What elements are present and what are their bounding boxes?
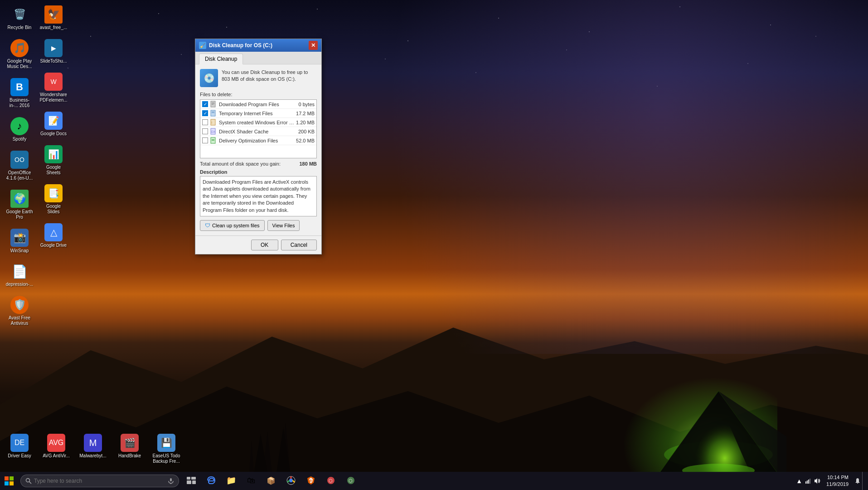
- start-button[interactable]: [0, 472, 18, 490]
- desktop-icon-avast-install[interactable]: 🦅 avast_free_...: [38, 4, 69, 32]
- svg-marker-4: [281, 423, 290, 473]
- taskbar: 📁 🛍 📦 B: [0, 472, 868, 490]
- svg-rect-17: [212, 112, 214, 112]
- file-item-4[interactable]: Delivery Optimization Files 52.0 MB: [200, 136, 316, 145]
- svg-rect-26: [5, 476, 9, 480]
- disk-cleanup-dialog[interactable]: 🧹 Disk Cleanup for OS (C:) ✕ Disk Cleanu…: [195, 39, 322, 255]
- dialog-tabs: Disk Cleanup: [195, 52, 321, 64]
- google-drive-label: Google Drive: [40, 243, 67, 248]
- svg-text:B: B: [310, 479, 312, 483]
- svg-rect-48: [810, 479, 810, 484]
- taskbar-app2[interactable]: ⬡: [321, 472, 341, 490]
- search-input[interactable]: [34, 478, 161, 484]
- taskbar-app3[interactable]: ⬡: [341, 472, 361, 490]
- desktop-icon-google-sheets[interactable]: 📊 Google Sheets: [38, 143, 69, 177]
- svg-marker-5: [254, 434, 267, 473]
- search-icon: [25, 478, 32, 484]
- svg-text:!: !: [211, 121, 212, 125]
- description-label: Description: [200, 169, 317, 175]
- file-checkbox-3[interactable]: [202, 128, 208, 134]
- file-checkbox-4[interactable]: [202, 137, 208, 143]
- taskbar-chrome[interactable]: [281, 472, 301, 490]
- svg-rect-24: [212, 139, 214, 140]
- task-view-button[interactable]: [181, 472, 201, 490]
- taskbar-app2-icon: ⬡: [326, 476, 335, 485]
- file-size-2: 1.20 MB: [296, 120, 315, 125]
- desktop-icon-handbrake[interactable]: 🎬 HandBrake: [114, 432, 145, 466]
- svg-line-31: [29, 482, 32, 484]
- desktop-icon-easeus[interactable]: 💾 EaseUS Todo Backup Fre...: [150, 432, 182, 466]
- desktop-icon-depression-doc[interactable]: 📄 depression-...: [4, 260, 35, 289]
- desktop-icon-driver-easy[interactable]: DE Driver Easy: [4, 432, 35, 466]
- show-desktop-button[interactable]: [862, 472, 866, 490]
- desktop-icon-business[interactable]: B Business-in-... 2016: [4, 76, 35, 110]
- cancel-button[interactable]: Cancel: [281, 240, 317, 250]
- date-display: 11/9/2019: [826, 481, 849, 488]
- store-icon: 🛍: [247, 476, 255, 485]
- chrome-icon: [286, 476, 296, 485]
- view-files-label: View Files: [272, 223, 295, 228]
- volume-icon[interactable]: [813, 476, 822, 485]
- show-hidden-icons[interactable]: ▲: [795, 476, 804, 485]
- cleanup-system-files-button[interactable]: 🛡 Clean up system files: [200, 220, 265, 231]
- svg-rect-35: [191, 477, 196, 480]
- volume-status-icon: [814, 478, 820, 484]
- svg-text:⬡: ⬡: [349, 478, 353, 483]
- file-size-1: 17.2 MB: [296, 111, 315, 116]
- search-bar[interactable]: [20, 475, 179, 487]
- desktop-icon-slidetoshu[interactable]: ▶ SlideToShu...: [38, 37, 69, 66]
- view-files-button[interactable]: View Files: [267, 220, 300, 231]
- file-item-2[interactable]: ! System created Windows Error Reporti..…: [200, 118, 316, 127]
- taskbar-edge[interactable]: [201, 472, 221, 490]
- desktop-icon-malwarebytes[interactable]: M Malwarebyt...: [77, 432, 109, 466]
- desktop: 🗑️ Recycle Bin 🎵 Google Play Music Des..…: [0, 0, 868, 490]
- desktop-icon-google-earth-pro[interactable]: 🌍 Google Earth Pro: [4, 188, 35, 222]
- desktop-icon-spotify[interactable]: ♪ Spotify: [4, 115, 35, 144]
- file-item-3[interactable]: DX DirectX Shader Cache 200 KB: [200, 127, 316, 136]
- dialog-body: 💿 You can use Disk Cleanup to free up to…: [195, 64, 321, 235]
- desktop-icon-openoffice[interactable]: OO OpenOffice 4.1.6 (en-U...: [4, 149, 35, 183]
- notification-bell[interactable]: [853, 476, 862, 485]
- desktop-icon-wondershare[interactable]: W Wondershare PDFelemen...: [38, 71, 69, 105]
- svg-marker-3: [263, 432, 272, 473]
- desktop-icon-google-drive[interactable]: △ Google Drive: [38, 221, 69, 250]
- spotify-label: Spotify: [13, 137, 27, 142]
- desktop-icon-winsnap[interactable]: 📸 WinSnap: [4, 227, 35, 255]
- malwarebytes-label: Malwarebyt...: [79, 453, 106, 459]
- svg-rect-36: [187, 480, 191, 484]
- total-space-label: Total amount of disk space you gain:: [200, 161, 281, 167]
- files-list: ✓ Downloaded Program Files 0 bytes ✓ Tem…: [200, 99, 317, 158]
- taskbar-brave[interactable]: B: [301, 472, 321, 490]
- taskbar-file-explorer[interactable]: 📁: [221, 472, 241, 490]
- clock[interactable]: 10:14 PM 11/9/2019: [822, 474, 853, 488]
- google-play-music-label: Google Play Music Des...: [5, 59, 34, 69]
- file-checkbox-2[interactable]: [202, 119, 208, 125]
- dialog-titlebar[interactable]: 🧹 Disk Cleanup for OS (C:) ✕: [195, 39, 321, 52]
- desktop-icons-col2: 🦅 avast_free_... ▶ SlideToShu... W Wonde…: [36, 2, 71, 251]
- desktop-icon-recycle-bin[interactable]: 🗑️ Recycle Bin: [4, 4, 35, 32]
- dialog-title-text: Disk Cleanup for OS (C:): [209, 42, 309, 49]
- taskbar-store[interactable]: 🛍: [241, 472, 261, 490]
- desktop-icon-avast-free[interactable]: 🛡️ Avast Free Antivirus: [4, 294, 35, 328]
- file-checkbox-1[interactable]: ✓: [202, 110, 208, 116]
- edge-icon: [206, 475, 216, 485]
- desktop-icon-google-slides[interactable]: 📑 Google Slides: [38, 182, 69, 216]
- file-size-4: 52.0 MB: [296, 138, 315, 143]
- desktop-icon-avg[interactable]: AVG AVG AntiVir...: [40, 432, 72, 466]
- file-item-0[interactable]: ✓ Downloaded Program Files 0 bytes: [200, 100, 316, 109]
- desktop-icon-google-play-music[interactable]: 🎵 Google Play Music Des...: [4, 37, 35, 71]
- file-item-1[interactable]: ✓ Temporary Internet Files 17.2 MB: [200, 109, 316, 118]
- network-status-icon: [805, 478, 811, 484]
- file-icon-0: [210, 101, 217, 108]
- dialog-tab-disk-cleanup[interactable]: Disk Cleanup: [199, 54, 243, 64]
- taskbar-app1[interactable]: 📦: [261, 472, 281, 490]
- dialog-close-button[interactable]: ✕: [309, 41, 318, 50]
- desktop-icon-google-docs[interactable]: 📝 Google Docs: [38, 110, 69, 138]
- task-view-icon: [187, 477, 196, 484]
- description-section: Description Downloaded Program Files are…: [200, 169, 317, 216]
- dialog-title-icon: 🧹: [199, 42, 206, 49]
- business-label: Business-in-... 2016: [5, 98, 34, 108]
- file-checkbox-0[interactable]: ✓: [202, 101, 208, 107]
- network-icon[interactable]: [804, 476, 813, 485]
- ok-button[interactable]: OK: [251, 240, 278, 250]
